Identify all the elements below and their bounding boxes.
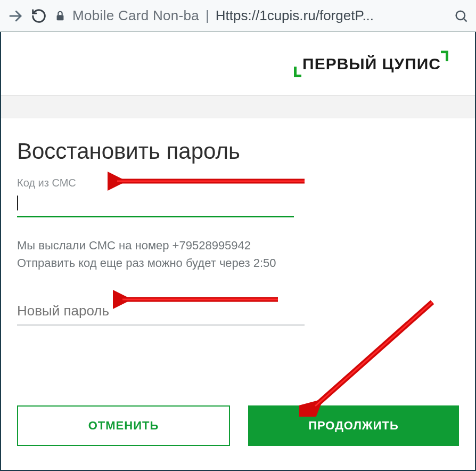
text-caret [17, 196, 18, 210]
search-icon[interactable] [454, 9, 469, 23]
annotation-arrow-3 [299, 294, 448, 417]
sms-code-input[interactable] [17, 192, 294, 217]
forward-button[interactable] [7, 8, 23, 24]
page-heading: Восстановить пароль [17, 139, 459, 164]
svg-line-3 [464, 18, 467, 21]
cancel-button[interactable]: ОТМЕНИТЬ [17, 405, 230, 446]
browser-toolbar: Mobile Card Non-ba | Https://1cupis.ru/f… [0, 0, 476, 32]
sms-code-field: Код из СМС [17, 177, 459, 217]
header-spacer [1, 96, 475, 118]
sms-code-label: Код из СМС [17, 177, 459, 189]
action-buttons: ОТМЕНИТЬ ПРОДОЛЖИТЬ [1, 405, 475, 446]
svg-line-8 [315, 302, 432, 406]
page-body: ПЕРВЫЙ ЦУПИС Восстановить пароль Код из … [0, 32, 476, 471]
svg-rect-1 [57, 15, 64, 20]
svg-point-2 [456, 11, 465, 19]
svg-line-9 [315, 302, 432, 406]
form-content: Восстановить пароль Код из СМС Мы выслал… [1, 118, 475, 326]
new-password-input[interactable] [17, 301, 305, 326]
reload-button[interactable] [31, 8, 47, 24]
brand-bar: ПЕРВЫЙ ЦУПИС [1, 32, 475, 96]
address-separator: | [206, 7, 209, 24]
page-title-text: Mobile Card Non-ba [72, 7, 199, 24]
continue-button[interactable]: ПРОДОЛЖИТЬ [248, 405, 459, 446]
brand-logo: ПЕРВЫЙ ЦУПИС [300, 55, 443, 73]
new-password-field [17, 301, 305, 326]
brand-text: ПЕРВЫЙ ЦУПИС [302, 55, 441, 72]
page-url-text: Https://1cupis.ru/forgetP... [216, 7, 374, 24]
address-bar[interactable]: Mobile Card Non-ba | Https://1cupis.ru/f… [54, 7, 446, 24]
sms-info-line1: Мы выслали СМС на номер +79528995942 [17, 237, 459, 254]
sms-info: Мы выслали СМС на номер +79528995942 Отп… [17, 237, 459, 272]
lock-icon [54, 10, 66, 22]
sms-info-line2: Отправить код еще раз можно будет через … [17, 254, 459, 272]
